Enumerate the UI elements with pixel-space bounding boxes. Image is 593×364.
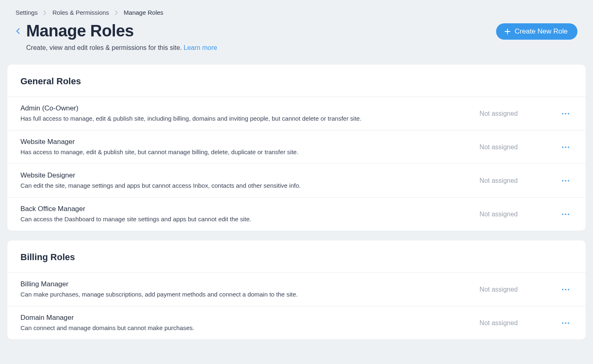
page-title: Manage Roles	[26, 22, 217, 40]
role-name: Domain Manager	[20, 314, 463, 322]
role-description: Can make purchases, manage subscriptions…	[20, 290, 463, 299]
svg-point-9	[562, 213, 564, 215]
dots-horizontal-icon	[562, 213, 570, 216]
role-status: Not assigned	[480, 286, 518, 293]
role-row[interactable]: Website Designer Can edit the site, mana…	[7, 164, 586, 198]
svg-point-14	[568, 289, 569, 290]
chevron-right-icon	[43, 10, 47, 15]
svg-point-2	[568, 113, 569, 115]
more-actions-button[interactable]	[559, 108, 573, 120]
svg-point-0	[562, 113, 564, 115]
role-status: Not assigned	[480, 110, 518, 117]
svg-point-11	[568, 213, 569, 215]
more-actions-button[interactable]	[559, 141, 573, 153]
role-status: Not assigned	[480, 177, 518, 184]
role-row[interactable]: Admin (Co-Owner) Has full access to mana…	[7, 97, 586, 130]
svg-point-7	[565, 180, 566, 182]
section-title: General Roles	[20, 76, 573, 87]
svg-point-13	[565, 289, 566, 290]
svg-point-6	[562, 180, 564, 182]
role-name: Website Designer	[20, 171, 463, 180]
svg-point-3	[562, 146, 564, 148]
role-status: Not assigned	[480, 319, 518, 327]
dots-horizontal-icon	[562, 180, 570, 182]
role-name: Back Office Manager	[20, 205, 463, 213]
breadcrumb-item-roles-permissions[interactable]: Roles & Permissions	[52, 9, 109, 16]
svg-point-17	[568, 322, 569, 324]
role-description: Can connect and manage domains but canno…	[20, 324, 463, 332]
role-description: Has access to manage, edit & publish sit…	[20, 148, 463, 156]
role-description: Can edit the site, manage settings and a…	[20, 181, 463, 190]
breadcrumb: Settings Roles & Permissions Manage Role…	[7, 0, 586, 22]
role-name: Admin (Co-Owner)	[20, 104, 463, 112]
dots-horizontal-icon	[562, 288, 570, 291]
dots-horizontal-icon	[562, 322, 570, 324]
svg-point-1	[565, 113, 566, 115]
chevron-right-icon	[115, 10, 118, 15]
svg-point-8	[568, 180, 569, 182]
back-arrow-icon[interactable]	[16, 22, 20, 35]
plus-icon	[504, 28, 511, 35]
svg-point-16	[565, 322, 566, 324]
more-actions-button[interactable]	[559, 208, 573, 220]
svg-point-10	[565, 213, 566, 215]
breadcrumb-item-current: Manage Roles	[124, 9, 164, 16]
create-button-label: Create New Role	[515, 27, 568, 36]
role-status: Not assigned	[480, 211, 518, 218]
role-name: Website Manager	[20, 138, 463, 146]
section-general-roles: General Roles Admin (Co-Owner) Has full …	[7, 65, 586, 231]
role-description: Has full access to manage, edit & publis…	[20, 114, 463, 123]
more-actions-button[interactable]	[559, 175, 573, 187]
svg-point-5	[568, 146, 569, 148]
section-billing-roles: Billing Roles Billing Manager Can make p…	[7, 240, 586, 339]
role-row[interactable]: Website Manager Has access to manage, ed…	[7, 130, 586, 164]
role-row[interactable]: Back Office Manager Can access the Dashb…	[7, 198, 586, 231]
role-description: Can access the Dashboard to manage site …	[20, 215, 463, 223]
role-row[interactable]: Billing Manager Can make purchases, mana…	[7, 273, 586, 306]
svg-point-15	[562, 322, 564, 324]
learn-more-link[interactable]: Learn more	[184, 44, 217, 51]
role-status: Not assigned	[480, 144, 518, 151]
dots-horizontal-icon	[562, 146, 570, 148]
more-actions-button[interactable]	[559, 283, 573, 296]
svg-point-4	[565, 146, 566, 148]
page-subtitle: Create, view and edit roles & permission…	[26, 44, 217, 52]
role-row[interactable]: Domain Manager Can connect and manage do…	[7, 306, 586, 339]
svg-point-12	[562, 289, 564, 290]
dots-horizontal-icon	[562, 112, 570, 115]
breadcrumb-item-settings[interactable]: Settings	[16, 9, 38, 16]
role-name: Billing Manager	[20, 280, 463, 288]
subtitle-text: Create, view and edit roles & permission…	[26, 44, 184, 51]
more-actions-button[interactable]	[559, 317, 573, 329]
create-new-role-button[interactable]: Create New Role	[496, 23, 577, 40]
section-title: Billing Roles	[20, 252, 573, 263]
